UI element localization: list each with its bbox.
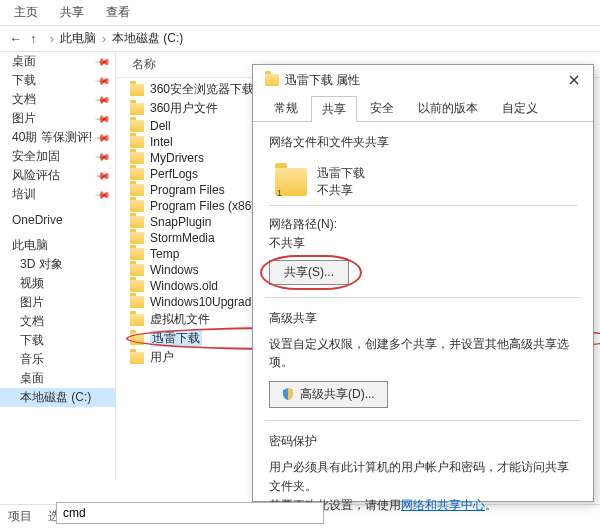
- pin-icon: 📌: [95, 110, 111, 126]
- tree-item-thispc[interactable]: 此电脑: [0, 236, 115, 255]
- tree-item[interactable]: 文档📌: [0, 90, 115, 109]
- tree-item[interactable]: 音乐: [0, 350, 115, 369]
- folder-name: Intel: [150, 135, 173, 149]
- share-state: 不共享: [317, 182, 365, 199]
- pin-icon: 📌: [95, 91, 111, 107]
- advanced-share-button[interactable]: 高级共享(D)...: [269, 381, 388, 408]
- tab-general[interactable]: 常规: [263, 95, 309, 121]
- folder-name: Windows.old: [150, 279, 218, 293]
- ribbon: 主页 共享 查看: [0, 0, 600, 26]
- folder-icon: [130, 352, 144, 364]
- share-button[interactable]: 共享(S)...: [269, 260, 349, 285]
- dialog-titlebar: 迅雷下载 属性: [253, 65, 593, 95]
- tree-item[interactable]: 桌面: [0, 369, 115, 388]
- folder-icon: [130, 280, 144, 292]
- pin-icon: 📌: [95, 148, 111, 164]
- tree-item[interactable]: 风险评估📌: [0, 166, 115, 185]
- pin-icon: 📌: [95, 53, 111, 69]
- tab-custom[interactable]: 自定义: [491, 95, 549, 121]
- nav-tree: 桌面📌 下载📌 文档📌 图片📌 40期 等保测评!📌 安全加固📌 风险评估📌 培…: [0, 52, 116, 480]
- tree-item[interactable]: 40期 等保测评!📌: [0, 128, 115, 147]
- folder-icon: [130, 216, 144, 228]
- folder-name: Windows: [150, 263, 199, 277]
- share-heading: 网络文件和文件夹共享: [269, 134, 577, 151]
- tree-item[interactable]: 3D 对象: [0, 255, 115, 274]
- pw-heading: 密码保护: [269, 433, 577, 450]
- folder-icon: [130, 103, 144, 115]
- folder-name: 360安全浏览器下载: [150, 81, 254, 98]
- folder-name: 360用户文件: [150, 100, 218, 117]
- run-field: [56, 502, 324, 524]
- network-center-link[interactable]: 网络和共享中心: [401, 498, 485, 512]
- tree-item[interactable]: 图片: [0, 293, 115, 312]
- folder-icon: [130, 136, 144, 148]
- divider: [265, 420, 581, 421]
- chevron-right-icon: ›: [50, 32, 54, 46]
- folder-icon: [130, 84, 144, 96]
- folder-icon: [265, 74, 279, 86]
- folder-name: 迅雷下载: [150, 330, 202, 347]
- breadcrumb-drive[interactable]: 本地磁盘 (C:): [112, 30, 183, 47]
- netpath-value: 不共享: [269, 235, 577, 252]
- up-icon[interactable]: ↑: [30, 32, 44, 46]
- folder-name: Program Files (x86): [150, 199, 255, 213]
- adv-heading: 高级共享: [269, 310, 577, 327]
- command-input[interactable]: [56, 502, 324, 524]
- folder-icon: [130, 264, 144, 276]
- status-count: 项目: [8, 508, 32, 525]
- pw-line1: 用户必须具有此计算机的用户帐户和密码，才能访问共享文件夹。: [269, 458, 577, 496]
- pin-icon: 📌: [95, 186, 111, 202]
- folder-icon: [275, 168, 307, 196]
- tab-previous[interactable]: 以前的版本: [407, 95, 489, 121]
- folder-icon: [130, 200, 144, 212]
- dialog-title: 迅雷下载 属性: [285, 72, 360, 89]
- ribbon-tab-share[interactable]: 共享: [60, 4, 84, 21]
- folder-icon: [130, 152, 144, 164]
- tree-item[interactable]: 图片📌: [0, 109, 115, 128]
- tree-item[interactable]: 下载📌: [0, 71, 115, 90]
- folder-name: PerfLogs: [150, 167, 198, 181]
- tree-item-drive[interactable]: 本地磁盘 (C:): [0, 388, 115, 407]
- folder-name: Temp: [150, 247, 179, 261]
- netpath-label: 网络路径(N):: [269, 216, 577, 233]
- share-info: 迅雷下载 不共享: [269, 159, 577, 206]
- folder-name: Windows10Upgrade: [150, 295, 258, 309]
- tree-item[interactable]: 文档: [0, 312, 115, 331]
- ribbon-tab-view[interactable]: 查看: [106, 4, 130, 21]
- breadcrumb-bar: ← ↑ › 此电脑 › 本地磁盘 (C:): [0, 26, 600, 52]
- folder-icon: [130, 184, 144, 196]
- advanced-share-label: 高级共享(D)...: [300, 386, 375, 403]
- folder-icon: [130, 314, 144, 326]
- tree-item[interactable]: 安全加固📌: [0, 147, 115, 166]
- tree-item[interactable]: 下载: [0, 331, 115, 350]
- folder-icon: [130, 333, 144, 345]
- tree-item-onedrive[interactable]: OneDrive: [0, 212, 115, 228]
- dialog-tabs: 常规 共享 安全 以前的版本 自定义: [253, 95, 593, 122]
- folder-icon: [130, 248, 144, 260]
- folder-name: Dell: [150, 119, 171, 133]
- divider: [265, 297, 581, 298]
- tab-sharing[interactable]: 共享: [311, 96, 357, 122]
- shield-icon: [282, 388, 294, 400]
- tree-item[interactable]: 视频: [0, 274, 115, 293]
- pin-icon: 📌: [95, 167, 111, 183]
- chevron-right-icon: ›: [102, 32, 106, 46]
- folder-name: SnapPlugin: [150, 215, 211, 229]
- folder-name: StormMedia: [150, 231, 215, 245]
- pin-icon: 📌: [95, 72, 111, 88]
- folder-icon: [130, 168, 144, 180]
- folder-icon: [130, 232, 144, 244]
- ribbon-tab-home[interactable]: 主页: [14, 4, 38, 21]
- breadcrumb-thispc[interactable]: 此电脑: [60, 30, 96, 47]
- folder-name: 虚拟机文件: [150, 311, 210, 328]
- properties-dialog: 迅雷下载 属性 常规 共享 安全 以前的版本 自定义 网络文件和文件夹共享 迅雷…: [252, 64, 594, 502]
- back-icon[interactable]: ←: [10, 32, 24, 46]
- tab-security[interactable]: 安全: [359, 95, 405, 121]
- tree-item[interactable]: 桌面📌: [0, 52, 115, 71]
- folder-icon: [130, 120, 144, 132]
- folder-name: MyDrivers: [150, 151, 204, 165]
- share-name: 迅雷下载: [317, 165, 365, 182]
- close-icon[interactable]: [563, 71, 585, 89]
- tree-item[interactable]: 培训📌: [0, 185, 115, 204]
- folder-icon: [130, 296, 144, 308]
